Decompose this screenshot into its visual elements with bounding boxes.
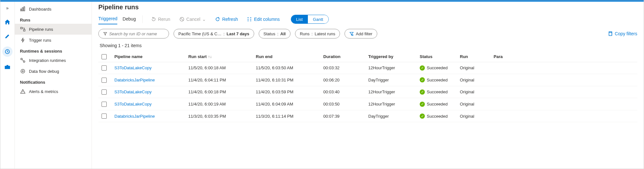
manage-icon[interactable] [4, 63, 11, 71]
separator: : [223, 31, 225, 36]
add-filter-icon [349, 31, 354, 36]
runs-label: Runs [300, 31, 309, 36]
cell-triggered-by: DayTrigger [365, 74, 416, 86]
header-status[interactable]: Status [416, 51, 457, 62]
header-pipeline-name[interactable]: Pipeline name [111, 51, 185, 62]
refresh-label: Refresh [222, 17, 238, 22]
refresh-button[interactable]: Refresh [213, 15, 240, 23]
header-run[interactable]: Run [457, 51, 490, 62]
tab-debug[interactable]: Debug [122, 14, 136, 24]
table-row: DatabricksJarPipeline11/3/20, 6:03:35 PM… [98, 110, 637, 122]
sidebar-section-runtimes: Runtimes & sessions [15, 46, 92, 55]
filters-row: Pacific Time (US & C… : Last 7 days Stat… [98, 24, 637, 42]
cell-run-start: 11/5/20, 6:00:18 AM [185, 62, 253, 74]
svg-rect-4 [22, 8, 23, 11]
separator: : [311, 31, 313, 36]
cell-parameters [490, 74, 637, 86]
rerun-button[interactable]: Rerun [149, 15, 172, 23]
runs-table: Pipeline name Run start↑↓ Run end Durati… [98, 51, 637, 122]
sidebar-item-integration-runtimes[interactable]: Integration runtimes [15, 55, 92, 66]
header-run-start[interactable]: Run start↑↓ [185, 51, 253, 62]
table-row: S3ToDataLakeCopy11/4/20, 6:00:19 AM11/4/… [98, 98, 637, 110]
row-checkbox[interactable] [102, 114, 107, 119]
cell-run-end: 11/5/20, 6:03:50 AM [253, 62, 320, 74]
pipeline-name-link[interactable]: DatabricksJarPipeline [114, 78, 155, 82]
header-checkbox[interactable] [98, 51, 111, 62]
sidebar-section-runs: Runs [15, 14, 92, 24]
sidebar-label: Alerts & metrics [29, 89, 58, 94]
results-summary: Showing 1 - 21 items [98, 42, 637, 51]
timezone-label: Pacific Time (US & C… [178, 31, 221, 36]
sidebar-item-alerts-metrics[interactable]: Alerts & metrics [15, 86, 92, 97]
cell-triggered-by: 12HourTrigger [365, 86, 416, 98]
sidebar-item-data-flow-debug[interactable]: Data flow debug [15, 66, 92, 77]
header-triggered-by[interactable]: Triggered by [365, 51, 416, 62]
trigger-icon [20, 37, 26, 43]
cell-status: ✓Succeeded [420, 89, 453, 95]
cancel-icon [179, 17, 184, 22]
sidebar-item-dashboards[interactable]: Dashboards [15, 4, 92, 14]
time-filter[interactable]: Pacific Time (US & C… : Last 7 days [174, 29, 254, 38]
cancel-label: Cancel [186, 17, 201, 22]
row-checkbox[interactable] [102, 89, 107, 95]
cell-status: ✓Succeeded [420, 102, 453, 107]
runtime-icon [20, 57, 26, 63]
cell-parameters [490, 98, 637, 110]
title-bar [0, 0, 644, 2]
search-filter[interactable] [98, 29, 169, 38]
monitor-icon[interactable] [2, 46, 13, 57]
tab-triggered[interactable]: Triggered [98, 14, 117, 24]
search-input[interactable] [109, 31, 164, 36]
add-filter-label: Add filter [356, 31, 372, 36]
status-text: Succeeded [427, 102, 448, 106]
view-gantt[interactable]: Gantt [308, 15, 328, 23]
pipeline-name-link[interactable]: DatabricksJarPipeline [114, 114, 155, 119]
view-list[interactable]: List [291, 15, 308, 23]
cell-triggered-by: DayTrigger [365, 110, 416, 122]
cell-run-start: 11/4/20, 6:00:18 PM [185, 86, 253, 98]
success-icon: ✓ [420, 77, 425, 82]
add-filter-button[interactable]: Add filter [344, 29, 377, 38]
cancel-button[interactable]: Cancel ⌄ [177, 15, 208, 23]
pipeline-name-link[interactable]: S3ToDataLakeCopy [114, 102, 152, 106]
status-filter[interactable]: Status : All [259, 29, 291, 38]
runs-value: Latest runs [315, 31, 335, 36]
edit-columns-button[interactable]: Edit columns [245, 15, 282, 23]
home-icon[interactable] [4, 18, 11, 26]
row-checkbox[interactable] [102, 65, 107, 71]
row-checkbox[interactable] [102, 78, 107, 83]
row-checkbox[interactable] [102, 102, 107, 107]
rerun-label: Rerun [158, 17, 170, 22]
success-icon: ✓ [420, 114, 425, 119]
svg-point-8 [21, 58, 22, 60]
refresh-icon [215, 17, 220, 22]
status-text: Succeeded [427, 114, 448, 119]
cell-run-end: 11/4/20, 6:10:31 PM [253, 74, 320, 86]
header-run-end[interactable]: Run end [253, 51, 320, 62]
cell-duration: 00:06:20 [320, 74, 365, 86]
divider [142, 15, 143, 23]
runs-filter[interactable]: Runs : Latest runs [295, 29, 340, 38]
status-text: Succeeded [427, 65, 448, 70]
sidebar-item-trigger-runs[interactable]: Trigger runs [15, 35, 92, 46]
pipeline-name-link[interactable]: S3ToDataLakeCopy [114, 89, 152, 94]
columns-icon [247, 17, 252, 22]
pipeline-name-link[interactable]: S3ToDataLakeCopy [114, 65, 152, 70]
sidebar-item-pipeline-runs[interactable]: Pipeline runs [15, 24, 92, 35]
header-duration[interactable]: Duration [320, 51, 365, 62]
svg-rect-1 [5, 66, 10, 69]
checkbox-icon [102, 54, 107, 59]
cell-duration: 00:03:40 [320, 86, 365, 98]
status-text: Succeeded [427, 89, 448, 94]
copy-filters-button[interactable]: Copy filters [608, 31, 637, 36]
cell-duration: 00:07:39 [320, 110, 365, 122]
author-icon[interactable] [4, 32, 11, 40]
cell-triggered-by: 12HourTrigger [365, 62, 416, 74]
cell-run: Original [457, 74, 490, 86]
header-parameters[interactable]: Para [490, 51, 637, 62]
expand-rail-icon[interactable]: » [4, 4, 11, 12]
cell-run-start: 11/4/20, 6:00:19 AM [185, 98, 253, 110]
cell-status: ✓Succeeded [420, 77, 453, 82]
status-text: Succeeded [427, 78, 448, 82]
cell-parameters [490, 110, 637, 122]
